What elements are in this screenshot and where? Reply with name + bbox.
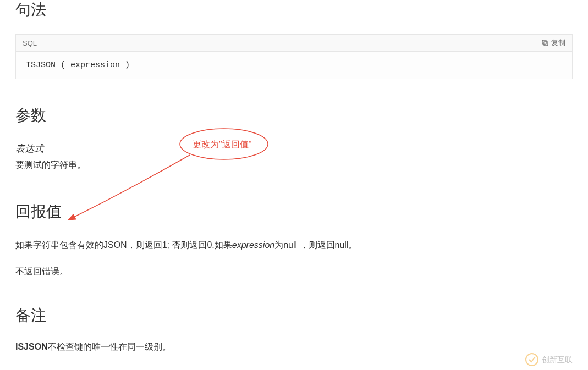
code-body: ISJSON ( expression ) xyxy=(16,52,572,79)
watermark-logo: 创新互联 xyxy=(524,351,585,368)
param-name: 表达式 xyxy=(15,142,573,155)
return-p1-expr: expression xyxy=(232,240,274,250)
return-p1-b: 为null ，则返回null。 xyxy=(274,240,357,250)
svg-rect-1 xyxy=(542,41,546,45)
remarks-bold: ISJSON xyxy=(15,342,48,351)
copy-label: 复制 xyxy=(551,38,565,48)
section-heading-params: 参数 xyxy=(15,106,573,125)
return-p1-a: 如果字符串包含有效的JSON，则返回1; 否则返回0.如果 xyxy=(15,240,232,250)
code-block: SQL 复制 ISJSON ( expression ) xyxy=(15,34,573,79)
code-lang-label: SQL xyxy=(23,39,37,47)
return-paragraph-1: 如果字符串包含有效的JSON，则返回1; 否则返回0.如果expression为… xyxy=(15,238,573,252)
watermark-text: 创新互联 xyxy=(542,355,573,364)
section-heading-remarks: 备注 xyxy=(15,306,573,325)
copy-icon xyxy=(541,39,549,47)
remarks-paragraph: ISJSON不检查键的唯一性在同一级别。 xyxy=(15,341,573,353)
copy-button[interactable]: 复制 xyxy=(541,38,565,48)
remarks-rest: 不检查键的唯一性在同一级别。 xyxy=(48,342,171,351)
code-header: SQL 复制 xyxy=(16,35,572,52)
param-desc: 要测试的字符串。 xyxy=(15,159,573,171)
svg-rect-0 xyxy=(544,42,548,46)
svg-point-4 xyxy=(526,354,538,366)
section-heading-syntax: 句法 xyxy=(15,0,573,20)
return-paragraph-2: 不返回错误。 xyxy=(15,264,573,279)
section-heading-return: 回报值 xyxy=(15,202,573,222)
